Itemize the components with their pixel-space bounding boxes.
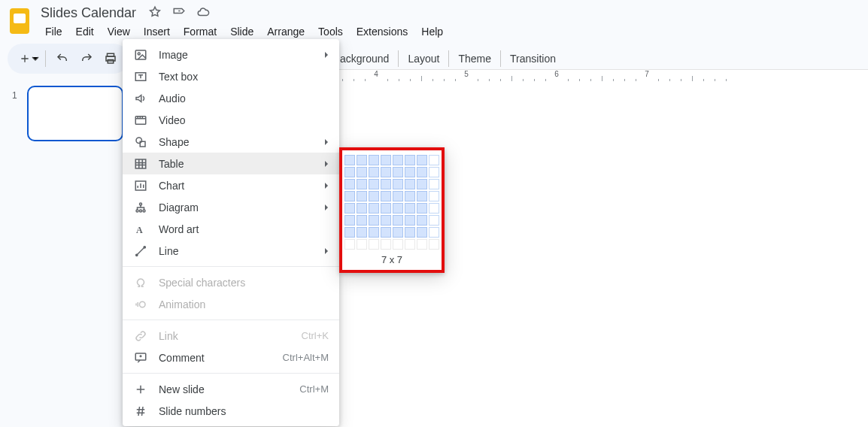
menu-insert[interactable]: Insert: [138, 23, 176, 41]
table-cell[interactable]: [357, 203, 367, 214]
table-cell[interactable]: [417, 215, 427, 226]
table-cell[interactable]: [381, 179, 391, 189]
slide-thumbnail[interactable]: [27, 86, 123, 141]
slides-app-icon[interactable]: [6, 8, 33, 35]
table-cell[interactable]: [381, 203, 391, 214]
print-button[interactable]: [100, 48, 121, 69]
table-cell[interactable]: [429, 215, 439, 226]
table-cell[interactable]: [429, 191, 439, 201]
table-cell[interactable]: [405, 191, 415, 201]
table-cell[interactable]: [429, 179, 439, 189]
table-cell[interactable]: [429, 155, 439, 165]
table-cell[interactable]: [405, 203, 415, 214]
table-grid[interactable]: [342, 155, 442, 250]
table-cell[interactable]: [393, 227, 403, 238]
insert-image[interactable]: Image: [123, 44, 339, 65]
table-cell[interactable]: [381, 155, 391, 165]
table-cell[interactable]: [405, 227, 415, 238]
table-cell[interactable]: [357, 155, 367, 165]
layout-button[interactable]: Layout: [399, 48, 448, 69]
insert-audio[interactable]: Audio: [123, 87, 339, 109]
table-cell[interactable]: [405, 215, 415, 226]
table-cell[interactable]: [417, 167, 427, 177]
insert-line[interactable]: Line: [123, 240, 339, 262]
insert-word-art[interactable]: AWord art: [123, 218, 339, 240]
table-cell[interactable]: [369, 191, 379, 201]
table-cell[interactable]: [381, 191, 391, 201]
table-cell[interactable]: [369, 215, 379, 226]
insert-video[interactable]: Video: [123, 109, 339, 131]
transition-button[interactable]: Transition: [501, 48, 565, 69]
table-cell[interactable]: [344, 239, 355, 250]
table-cell[interactable]: [405, 239, 415, 250]
new-slide-button[interactable]: [18, 48, 39, 69]
table-cell[interactable]: [369, 155, 379, 165]
table-cell[interactable]: [344, 227, 355, 238]
insert-new-slide[interactable]: New slideCtrl+M: [123, 378, 339, 400]
menu-edit[interactable]: Edit: [70, 23, 100, 41]
table-cell[interactable]: [393, 155, 403, 165]
document-title[interactable]: Slides Calendar: [39, 5, 138, 21]
star-icon[interactable]: [148, 5, 162, 21]
theme-button[interactable]: Theme: [449, 48, 500, 69]
table-cell[interactable]: [357, 215, 367, 226]
table-cell[interactable]: [357, 227, 367, 238]
menu-slide[interactable]: Slide: [224, 23, 259, 41]
table-cell[interactable]: [417, 239, 427, 250]
table-cell[interactable]: [393, 215, 403, 226]
menu-view[interactable]: View: [102, 23, 136, 41]
table-cell[interactable]: [357, 191, 367, 201]
insert-comment[interactable]: CommentCtrl+Alt+M: [123, 347, 339, 368]
table-cell[interactable]: [429, 239, 439, 250]
menu-format[interactable]: Format: [178, 23, 223, 41]
table-cell[interactable]: [381, 215, 391, 226]
table-cell[interactable]: [357, 239, 367, 250]
table-cell[interactable]: [344, 215, 355, 226]
table-cell[interactable]: [344, 179, 355, 189]
table-cell[interactable]: [381, 239, 391, 250]
table-cell[interactable]: [429, 227, 439, 238]
menu-file[interactable]: File: [39, 23, 68, 41]
table-cell[interactable]: [429, 167, 439, 177]
table-cell[interactable]: [405, 155, 415, 165]
table-cell[interactable]: [344, 203, 355, 214]
background-button[interactable]: ackground: [331, 48, 398, 69]
undo-button[interactable]: [52, 48, 73, 69]
table-cell[interactable]: [429, 203, 439, 214]
insert-chart[interactable]: Chart: [123, 174, 339, 196]
menu-arrange[interactable]: Arrange: [261, 23, 311, 41]
table-cell[interactable]: [417, 227, 427, 238]
menu-tools[interactable]: Tools: [312, 23, 349, 41]
menu-help[interactable]: Help: [415, 23, 449, 41]
table-cell[interactable]: [417, 179, 427, 189]
table-cell[interactable]: [417, 203, 427, 214]
move-icon[interactable]: [172, 5, 186, 21]
table-cell[interactable]: [393, 203, 403, 214]
table-cell[interactable]: [369, 227, 379, 238]
table-cell[interactable]: [369, 203, 379, 214]
redo-button[interactable]: [76, 48, 97, 69]
insert-slide-numbers[interactable]: Slide numbers: [123, 400, 339, 422]
insert-table[interactable]: Table: [123, 153, 339, 174]
table-cell[interactable]: [369, 239, 379, 250]
table-cell[interactable]: [357, 167, 367, 177]
insert-diagram[interactable]: Diagram: [123, 196, 339, 218]
table-cell[interactable]: [393, 191, 403, 201]
table-cell[interactable]: [344, 167, 355, 177]
table-cell[interactable]: [417, 191, 427, 201]
table-cell[interactable]: [369, 167, 379, 177]
table-cell[interactable]: [344, 191, 355, 201]
table-cell[interactable]: [405, 179, 415, 189]
cloud-icon[interactable]: [196, 5, 210, 21]
table-cell[interactable]: [344, 155, 355, 165]
table-cell[interactable]: [381, 227, 391, 238]
table-cell[interactable]: [417, 155, 427, 165]
table-cell[interactable]: [357, 179, 367, 189]
insert-shape[interactable]: Shape: [123, 131, 339, 153]
menu-extensions[interactable]: Extensions: [351, 23, 414, 41]
table-cell[interactable]: [393, 167, 403, 177]
table-cell[interactable]: [393, 239, 403, 250]
table-cell[interactable]: [393, 179, 403, 189]
table-cell[interactable]: [369, 179, 379, 189]
insert-text-box[interactable]: Text box: [123, 65, 339, 87]
